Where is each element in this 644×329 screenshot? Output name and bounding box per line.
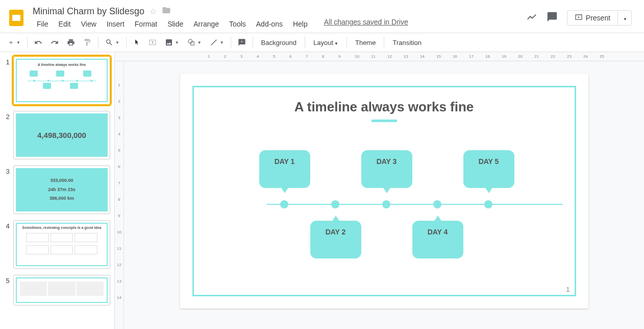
present-button[interactable]: Present ▼ xyxy=(567,10,632,26)
header-bar: Minimal Charm by Slidesgo ☆ File Edit Vi… xyxy=(0,0,644,33)
timeline-dot[interactable] xyxy=(382,200,390,208)
shape-tool[interactable]: ▼ xyxy=(184,36,205,49)
menu-insert[interactable]: Insert xyxy=(103,18,129,30)
slide-title[interactable]: A timeline always works fine xyxy=(180,99,588,115)
text-box-tool[interactable]: T xyxy=(145,36,160,49)
ruler-vertical: 1234567891011121314 xyxy=(115,61,124,329)
doc-title[interactable]: Minimal Charm by Slidesgo xyxy=(33,6,144,17)
timeline-dot[interactable] xyxy=(331,200,339,208)
image-tool[interactable]: ▼ xyxy=(161,36,183,49)
menu-addons[interactable]: Add-ons xyxy=(252,18,287,30)
filmstrip[interactable]: 1 A timeline always works fine 2 4,498,3… xyxy=(0,52,115,329)
paint-format-button[interactable] xyxy=(80,36,95,49)
menu-tools[interactable]: Tools xyxy=(225,18,250,30)
slide-canvas[interactable]: A timeline always works fine DAY 1 DAY 3… xyxy=(180,74,588,309)
timeline-line[interactable] xyxy=(267,204,563,205)
svg-rect-1 xyxy=(12,15,20,21)
slide-num-3: 3 xyxy=(2,166,13,214)
transition-button[interactable]: Transition xyxy=(387,36,427,49)
day4-box[interactable]: DAY 4 xyxy=(412,221,463,258)
svg-line-6 xyxy=(211,40,216,45)
menu-slide[interactable]: Slide xyxy=(163,18,187,30)
svg-point-4 xyxy=(188,39,192,43)
svg-text:+: + xyxy=(240,39,242,44)
slide-num-5: 5 xyxy=(2,275,13,306)
page-number: 1 xyxy=(566,286,569,293)
ruler-horizontal: 1234567891011121314151617181920212223242… xyxy=(115,52,644,61)
present-dropdown[interactable]: ▼ xyxy=(617,11,631,25)
day5-box[interactable]: DAY 5 xyxy=(463,150,514,188)
zoom-button[interactable]: ▼ xyxy=(102,36,123,49)
timeline-dot[interactable] xyxy=(484,200,492,208)
new-slide-button[interactable]: ＋▼ xyxy=(4,35,24,50)
title-underline xyxy=(371,120,397,122)
comment-button[interactable]: + xyxy=(234,36,250,49)
slide-thumb-2[interactable]: 4,498,300,000 xyxy=(13,111,110,159)
present-label: Present xyxy=(586,14,610,22)
timeline-dot[interactable] xyxy=(280,200,288,208)
day1-box[interactable]: DAY 1 xyxy=(259,150,310,188)
menu-file[interactable]: File xyxy=(33,18,53,30)
slide-thumb-5[interactable] xyxy=(13,275,110,306)
editor-area: 1234567891011121314151617181920212223242… xyxy=(115,52,644,329)
menu-help[interactable]: Help xyxy=(289,18,312,30)
menu-bar: File Edit View Insert Format Slide Arran… xyxy=(33,18,526,30)
slide-thumb-1[interactable]: A timeline always works fine xyxy=(13,56,110,105)
move-folder-icon[interactable] xyxy=(162,6,171,17)
select-tool[interactable] xyxy=(130,36,144,49)
workspace: 1 A timeline always works fine 2 4,498,3… xyxy=(0,52,644,329)
background-button[interactable]: Background xyxy=(256,36,302,49)
menu-format[interactable]: Format xyxy=(131,18,161,30)
trending-icon[interactable] xyxy=(526,11,537,25)
theme-button[interactable]: Theme xyxy=(350,36,381,49)
slide-thumb-4[interactable]: Sometimes, reviewing concepts is a good … xyxy=(13,220,110,269)
title-area: Minimal Charm by Slidesgo ☆ File Edit Vi… xyxy=(33,6,526,30)
slide-num-1: 1 xyxy=(2,56,13,105)
slide-num-4: 4 xyxy=(2,220,13,269)
menu-view[interactable]: View xyxy=(77,18,101,30)
svg-text:T: T xyxy=(152,40,154,45)
day3-box[interactable]: DAY 3 xyxy=(361,150,412,188)
toolbar: ＋▼ ▼ T ▼ ▼ ▼ + Background Layout▼ Theme … xyxy=(0,33,644,52)
timeline-dot[interactable] xyxy=(433,200,441,208)
slide-thumb-3[interactable]: 333,000.00 24h 37m 23s 386,000 km xyxy=(13,166,110,214)
star-icon[interactable]: ☆ xyxy=(150,7,157,16)
header-right: Present ▼ xyxy=(526,10,638,26)
day2-box[interactable]: DAY 2 xyxy=(310,221,361,258)
redo-button[interactable] xyxy=(47,36,62,49)
comments-icon[interactable] xyxy=(547,11,558,25)
slides-logo[interactable] xyxy=(6,8,27,28)
slide-num-2: 2 xyxy=(2,111,13,159)
undo-button[interactable] xyxy=(31,36,46,49)
canvas-container[interactable]: A timeline always works fine DAY 1 DAY 3… xyxy=(124,61,644,329)
menu-edit[interactable]: Edit xyxy=(55,18,75,30)
layout-button[interactable]: Layout▼ xyxy=(308,36,343,49)
print-button[interactable] xyxy=(63,36,79,49)
menu-arrange[interactable]: Arrange xyxy=(189,18,223,30)
line-tool[interactable]: ▼ xyxy=(206,36,228,49)
drive-status[interactable]: All changes saved in Drive xyxy=(324,18,408,30)
